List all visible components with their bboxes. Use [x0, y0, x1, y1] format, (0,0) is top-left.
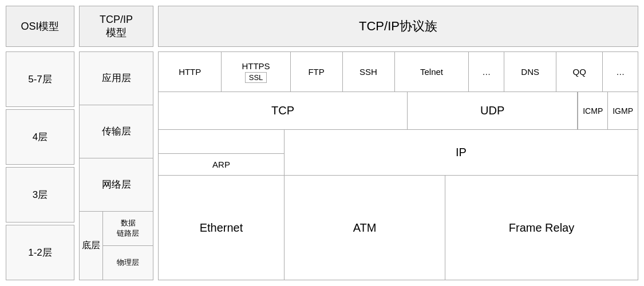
http-cell: HTTP [159, 52, 222, 92]
telnet-label: Telnet [420, 67, 443, 77]
network-row: ARP IP [159, 130, 638, 176]
frame-relay-label: Frame Relay [509, 221, 574, 235]
data-link-label: 数据链路层 [117, 218, 139, 239]
content-row: 5-7层 4层 3层 1-2层 应用层 传输层 网络层 [6, 51, 638, 280]
tcpip-bottom-layer: 底层 数据链路层 物理层 [80, 212, 153, 280]
tcpip-transport-layer: 传输层 [80, 105, 153, 158]
physical-label: 物理层 [117, 257, 139, 268]
ftp-label: FTP [308, 67, 324, 77]
tcp-cell: TCP [159, 92, 408, 129]
tcpip-model-col: 应用层 传输层 网络层 底层 数据链路层 物理层 [79, 51, 153, 280]
tcp-label: TCP [271, 104, 294, 117]
dots2-label: … [616, 67, 625, 77]
http-label: HTTP [179, 67, 201, 77]
tcpip-app-layer: 应用层 [80, 52, 153, 105]
icmp-igmp-cell: ICMP IGMP [578, 92, 638, 129]
osi-layer-3-label: 3层 [33, 188, 48, 201]
net-left-top [159, 130, 284, 153]
data-link-sublayer: 数据链路层 [103, 212, 153, 246]
diagram: OSI模型 TCP/IP模型 TCP/IP协议族 5-7层 4层 3层 1-2层 [0, 0, 644, 286]
udp-label: UDP [480, 104, 504, 117]
header-row: OSI模型 TCP/IP模型 TCP/IP协议族 [6, 6, 638, 47]
ip-cell: IP [285, 130, 638, 175]
tcpip-network-label: 网络层 [102, 178, 131, 191]
https-cell: HTTPS SSL [222, 52, 290, 92]
dns-label: DNS [521, 67, 539, 77]
igmp-cell: IGMP [607, 92, 638, 129]
tcpip-app-label: 应用层 [102, 72, 131, 85]
icmp-cell: ICMP [578, 92, 607, 129]
tcpip-family-header: TCP/IP协议族 [158, 6, 638, 47]
dots1-label: … [482, 67, 491, 77]
osi-layer-3: 3层 [6, 167, 74, 223]
arp-cell: ARP [159, 153, 284, 175]
dns-cell: DNS [504, 52, 556, 92]
app-protocols-row: HTTP HTTPS SSL FTP SSH Telnet … [159, 52, 638, 92]
osi-layer-4: 4层 [6, 109, 74, 165]
dots1-cell: … [469, 52, 504, 92]
physical-sublayer: 物理层 [103, 246, 153, 280]
ssl-badge: SSL [245, 72, 267, 83]
tcpip-transport-label: 传输层 [102, 125, 131, 138]
osi-layer-12: 1-2层 [6, 225, 74, 280]
ethernet-label: Ethernet [200, 221, 243, 235]
https-label: HTTPS [242, 61, 270, 71]
ssh-label: SSH [359, 67, 377, 77]
icmp-label: ICMP [583, 106, 603, 116]
qq-cell: QQ [556, 52, 603, 92]
osi-layer-57: 5-7层 [6, 51, 74, 107]
bottom-label: 底层 [80, 212, 103, 280]
igmp-label: IGMP [613, 106, 633, 116]
qq-label: QQ [573, 67, 586, 77]
arp-label: ARP [212, 160, 230, 169]
atm-label: ATM [353, 221, 377, 235]
bottom-sublayers: 数据链路层 物理层 [103, 212, 153, 280]
frame-relay-cell: Frame Relay [445, 176, 638, 280]
tcpip-network-layer: 网络层 [80, 158, 153, 212]
osi-model-title: OSI模型 [21, 19, 59, 33]
ip-label: IP [456, 146, 467, 159]
tcpip-model-header: TCP/IP模型 [79, 6, 153, 47]
dots2-cell: … [603, 52, 638, 92]
physical-row: Ethernet ATM Frame Relay [159, 176, 638, 280]
ethernet-cell: Ethernet [159, 176, 285, 280]
tcpip-family-col: HTTP HTTPS SSL FTP SSH Telnet … [158, 51, 638, 280]
ssh-cell: SSH [343, 52, 395, 92]
atm-cell: ATM [285, 176, 445, 280]
net-left-col: ARP [159, 130, 285, 175]
ftp-cell: FTP [291, 52, 343, 92]
udp-cell: UDP [408, 92, 578, 129]
osi-layer-4-label: 4层 [33, 130, 48, 144]
transport-row: TCP UDP ICMP IGMP [159, 92, 638, 130]
osi-model-header: OSI模型 [6, 6, 74, 47]
bottom-text: 底层 [82, 240, 100, 252]
tcpip-model-title: TCP/IP模型 [100, 13, 133, 40]
osi-layer-57-label: 5-7层 [28, 73, 52, 86]
tcpip-family-title: TCP/IP协议族 [359, 18, 437, 35]
osi-layers-col: 5-7层 4层 3层 1-2层 [6, 51, 74, 280]
telnet-cell: Telnet [395, 52, 469, 92]
osi-layer-12-label: 1-2层 [28, 246, 52, 259]
